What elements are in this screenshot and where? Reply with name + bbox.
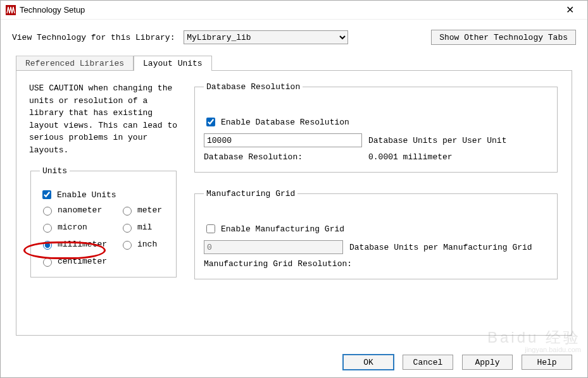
window-title: Technology Setup [20, 5, 85, 15]
library-select[interactable]: MyLibrary_lib [184, 30, 348, 44]
footer-buttons: OK Cancel Apply Help [343, 355, 572, 370]
close-icon[interactable]: ✕ [557, 4, 582, 16]
db-resolution-value: 0.0001 millimeter [368, 152, 453, 162]
enable-units-checkbox[interactable]: Enable Units [40, 188, 167, 201]
apply-button[interactable]: Apply [462, 355, 513, 370]
mfg-grid-value-input [204, 240, 343, 254]
mfg-per-grid-label: Database Units per Manufacturing Grid [349, 243, 532, 252]
mfg-resolution-label: Manufacturing Grid Resolution: [204, 259, 352, 269]
unit-nanometer[interactable]: nanometer [40, 205, 107, 216]
unit-mil[interactable]: mil [120, 222, 162, 233]
enable-mfg-grid-checkbox[interactable]: Enable Manufacturing Grid [204, 223, 548, 235]
tab-strip: Referenced Libraries Layout Units [16, 55, 572, 70]
tab-layout-units[interactable]: Layout Units [134, 56, 212, 71]
view-library-label: View Technology for this Library: [12, 33, 180, 42]
tab-page-layout-units: USE CAUTION when changing the units or r… [16, 70, 572, 336]
unit-millimeter[interactable]: millimeter [40, 239, 107, 250]
right-column: Database Resolution Enable Database Reso… [193, 82, 559, 316]
db-units-per-user-unit-input[interactable] [204, 133, 362, 147]
enable-db-res-input[interactable] [206, 118, 215, 126]
unit-meter[interactable]: meter [120, 205, 162, 216]
cancel-button[interactable]: Cancel [403, 355, 453, 370]
manufacturing-grid-group: Manufacturing Grid Enable Manufacturing … [194, 189, 558, 279]
tab-referenced-libraries[interactable]: Referenced Libraries [16, 56, 134, 71]
window: Technology Setup ✕ View Technology for t… [0, 0, 588, 378]
db-units-per-user-unit-label: Database Units per User Unit [368, 136, 506, 145]
help-button[interactable]: Help [522, 355, 572, 370]
mfg-legend: Manufacturing Grid [204, 189, 297, 198]
enable-units-input[interactable] [42, 190, 51, 199]
caution-text: USE CAUTION when changing the units or r… [29, 82, 178, 156]
ok-button[interactable]: OK [343, 355, 394, 370]
app-icon [6, 5, 16, 15]
db-resolution-label: Database Resolution: [204, 152, 362, 162]
database-resolution-group: Database Resolution Enable Database Reso… [194, 82, 558, 173]
enable-mfg-grid-input[interactable] [206, 224, 215, 233]
top-row: View Technology for this Library: MyLibr… [1, 20, 587, 50]
db-res-legend: Database Resolution [204, 82, 303, 92]
units-group: Units Enable Units nanometer micron mill… [30, 166, 177, 277]
enable-db-res-checkbox[interactable]: Enable Database Resolution [204, 116, 548, 128]
unit-centimeter[interactable]: centimeter [40, 256, 107, 267]
unit-inch[interactable]: inch [120, 239, 162, 250]
titlebar: Technology Setup ✕ [1, 1, 587, 20]
left-column: USE CAUTION when changing the units or r… [29, 82, 178, 316]
show-other-tabs-button[interactable]: Show Other Technology Tabs [431, 30, 576, 45]
units-legend: Units [40, 166, 70, 176]
unit-micron[interactable]: micron [40, 222, 107, 233]
